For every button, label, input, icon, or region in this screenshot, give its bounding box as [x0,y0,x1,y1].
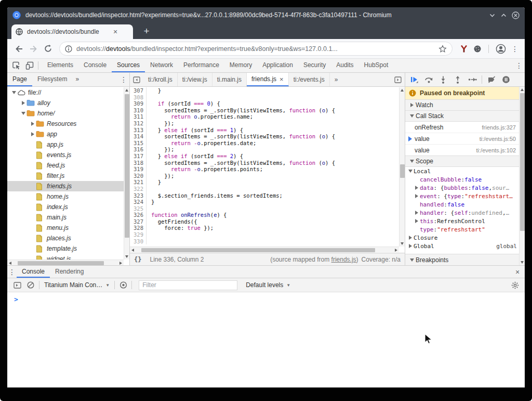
scope-property[interactable]: data: {bubbles: false, sour… [405,184,519,192]
devtools-tab-performance[interactable]: Performance [178,59,224,72]
tree-item-app[interactable]: app [7,129,124,139]
scope-group-closure[interactable]: Closure [405,234,519,242]
pretty-print-button[interactable]: {} [134,256,141,263]
drawer-close-button[interactable]: × [510,268,525,276]
close-button[interactable] [512,11,520,19]
tree-item-home[interactable]: home/ [7,108,124,119]
console-settings-button[interactable] [508,279,522,291]
expander-icon[interactable] [414,194,420,198]
tree-item-filter-js[interactable]: filter.js [7,171,124,181]
code-line[interactable]: 324} [130,199,399,205]
code-line[interactable]: 314 sortedItems = _.sortBy(listViewItems… [130,133,399,140]
code-line[interactable]: 328 force: true }); [130,225,399,231]
scope-property[interactable]: type: "refreshstart" [405,225,519,234]
line-number[interactable]: 322 [130,186,147,192]
scope-property[interactable]: handler: {self: undefined, … [405,209,519,217]
code-line[interactable]: 313 } else if (sortId === 1) { [130,127,399,134]
line-number[interactable]: 316 [130,146,147,153]
profile-avatar-icon[interactable] [496,44,506,54]
line-number[interactable]: 313 [130,127,147,134]
tree-item-app-js[interactable]: app.js [7,139,124,150]
extension-icon-1[interactable] [460,45,468,53]
code-line[interactable]: 322 [130,186,399,192]
breakpoints-section-header[interactable]: Breakpoints [405,254,519,265]
scope-property[interactable]: cancelBubble: false [405,175,519,184]
line-number[interactable]: 314 [130,133,147,140]
scope-group-global[interactable]: Globalglobal [405,242,519,250]
code-line[interactable]: 321 } [130,179,399,186]
code-line[interactable]: 308 [130,94,399,101]
deactivate-breakpoints-button[interactable] [485,73,498,86]
tree-item-file[interactable]: file:// [7,87,124,98]
tree-item-resources[interactable]: Resources [7,119,124,129]
expander-icon[interactable] [29,122,36,126]
code-line[interactable]: 326function onRefresh(e) { [130,212,399,218]
editor-tab-close-button[interactable]: × [280,75,284,83]
expander-icon[interactable] [407,244,414,248]
tree-item-widget-js[interactable]: widget.js [7,254,124,260]
code-line[interactable]: 317 } else if (sortId === 2) { [130,153,399,160]
devtools-tab-network[interactable]: Network [145,59,178,72]
code-line[interactable]: 320 }); [130,173,399,179]
line-number[interactable]: 325 [130,205,147,212]
code-line[interactable]: 323 $.section_friends.items = sortedItem… [130,192,399,199]
line-number[interactable]: 311 [130,113,147,120]
editor-hscrollbar[interactable] [130,247,399,252]
expander-icon[interactable] [20,112,26,115]
line-number[interactable]: 330 [130,238,147,245]
sidebar-vscrollbar[interactable] [519,87,525,265]
code-line[interactable]: 307 } [130,87,399,94]
minimize-button[interactable] [489,12,496,19]
omnibox[interactable]: devtools://devtools/bundled/inspector.ht… [59,42,453,56]
scope-group-local[interactable]: Local [405,167,519,175]
console-filter-input[interactable] [139,280,237,290]
code-editor[interactable]: 307 }308309 if (sortId === 0) {310 sorte… [130,87,399,247]
expander-icon[interactable] [414,186,420,190]
line-number[interactable]: 312 [130,120,147,127]
line-number[interactable]: 319 [130,166,147,173]
line-number[interactable]: 315 [130,140,147,147]
navigator-hscrollbar[interactable] [7,260,124,265]
scope-section-header[interactable]: Scope [405,156,519,167]
browser-menu-button[interactable]: ⋮ [509,45,521,53]
new-tab-button[interactable]: + [140,25,153,37]
scope-property[interactable]: event: {type: "refreshstart… [405,192,519,200]
editor-more-tabs[interactable]: » [330,73,343,86]
expander-icon[interactable] [10,91,17,94]
drawer-tab-console[interactable]: Console [17,266,50,278]
call-stack-section-header[interactable]: Call Stack [405,110,519,122]
pause-on-exceptions-button[interactable] [499,73,513,86]
line-number[interactable]: 326 [130,212,147,218]
editor-tab-ti-kroll-js[interactable]: ti:/kroll.js [143,73,178,86]
log-levels-dropdown[interactable]: Default levels ▼ [243,281,294,289]
scope-property[interactable]: this: RefreshControl [405,217,519,225]
source-map-link[interactable]: friends.js [331,256,356,263]
line-number[interactable]: 318 [130,160,147,166]
tree-item-menu-js[interactable]: menu.js [7,223,124,233]
code-line[interactable]: 330 [130,238,399,245]
code-line[interactable]: 315 return -o.properties.date; [130,140,399,147]
expander-icon[interactable] [29,132,36,136]
line-number[interactable]: 308 [130,94,147,101]
expander-icon[interactable] [414,211,420,215]
inspect-element-button[interactable] [9,59,23,72]
navigator-menu-button[interactable]: ⋮ [118,75,129,84]
call-stack-frame[interactable]: valueti:/events.js:102 [405,145,519,156]
tree-item-alloy[interactable]: alloy [7,98,124,108]
step-out-button[interactable] [451,73,464,86]
live-expression-button[interactable] [116,279,130,291]
code-line[interactable]: 312 }); [130,120,399,127]
line-number[interactable]: 324 [130,199,147,205]
line-number[interactable]: 321 [130,179,147,186]
code-line[interactable]: 309 if (sortId === 0) { [130,100,399,107]
expander-icon[interactable] [407,236,414,240]
line-number[interactable]: 317 [130,153,147,160]
navigator-tab-filesystem[interactable]: Filesystem [32,73,72,86]
step-over-button[interactable] [422,73,435,86]
code-line[interactable]: 327 getFriends({ [130,218,399,225]
watch-section-header[interactable]: Watch [405,99,519,111]
reload-button[interactable] [41,42,55,56]
scope-property[interactable]: handled: false [405,200,519,209]
editor-tab-friends-js[interactable]: friends.js× [247,73,289,86]
call-stack-frame[interactable]: valueti:/events.js:50 [405,133,519,145]
